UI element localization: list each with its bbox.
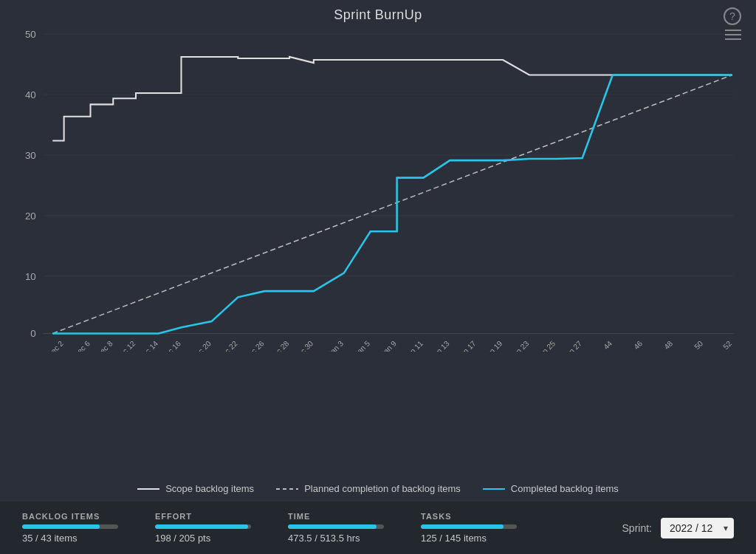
svg-text:50: 50 bbox=[25, 29, 36, 40]
tasks-progress-fill bbox=[421, 524, 504, 529]
completed-legend-label: Completed backlog items bbox=[511, 483, 619, 494]
effort-progress-fill bbox=[155, 524, 248, 529]
time-label: TIME bbox=[288, 512, 384, 521]
svg-text:0: 0 bbox=[30, 328, 35, 339]
svg-text:Jan 17: Jan 17 bbox=[456, 339, 478, 352]
legend-completed: Completed backlog items bbox=[483, 483, 619, 494]
chart-container: Sprint BurnUp ? 50 40 30 20 10 0 Dec 2 D… bbox=[0, 0, 756, 477]
sprint-dropdown[interactable]: 2022 / 12 2022 / 11 2022 / 10 bbox=[661, 518, 734, 538]
svg-text:40: 40 bbox=[25, 89, 36, 100]
svg-text:Dec 20: Dec 20 bbox=[190, 339, 213, 352]
svg-text:Dec 22: Dec 22 bbox=[216, 339, 239, 352]
time-progress-bg bbox=[288, 524, 384, 529]
chart-title: Sprint BurnUp bbox=[15, 7, 741, 23]
tasks-progress-bg bbox=[421, 524, 517, 529]
planned-legend-label: Planned completion of backlog items bbox=[304, 483, 461, 494]
planned-line bbox=[52, 75, 732, 333]
svg-text:Dec 2: Dec 2 bbox=[45, 339, 65, 352]
svg-text:50: 50 bbox=[693, 339, 704, 351]
effort-value: 198 / 205 pts bbox=[155, 533, 251, 544]
completed-legend-line bbox=[483, 488, 505, 490]
tasks-metric: TASKS 125 / 145 items bbox=[421, 512, 517, 544]
legend: Scope backlog items Planned completion o… bbox=[0, 477, 756, 502]
menu-icon[interactable] bbox=[725, 30, 741, 40]
svg-text:44: 44 bbox=[602, 339, 614, 351]
sprint-select-wrap[interactable]: 2022 / 12 2022 / 11 2022 / 10 bbox=[661, 518, 734, 538]
svg-text:20: 20 bbox=[25, 211, 36, 222]
svg-text:Dec 8: Dec 8 bbox=[94, 339, 114, 352]
svg-text:Dec 28: Dec 28 bbox=[268, 339, 291, 352]
scope-line bbox=[52, 57, 732, 141]
burnup-chart: 50 40 30 20 10 0 Dec 2 Dec 6 Dec 8 Dec 1… bbox=[15, 27, 741, 352]
svg-text:10: 10 bbox=[25, 271, 36, 282]
bottom-bar: BACKLOG ITEMS 35 / 43 items EFFORT 198 /… bbox=[0, 502, 756, 554]
svg-text:Jan 25: Jan 25 bbox=[535, 339, 557, 352]
svg-text:30: 30 bbox=[25, 150, 36, 161]
scope-legend-label: Scope backlog items bbox=[165, 483, 254, 494]
svg-text:Jan 19: Jan 19 bbox=[482, 339, 504, 352]
tasks-value: 125 / 145 items bbox=[421, 533, 517, 544]
sprint-label: Sprint: bbox=[622, 522, 652, 534]
tasks-label: TASKS bbox=[421, 512, 517, 521]
backlog-metric: BACKLOG ITEMS 35 / 43 items bbox=[22, 512, 118, 544]
legend-scope: Scope backlog items bbox=[137, 483, 254, 494]
svg-text:Jan 3: Jan 3 bbox=[326, 339, 346, 352]
legend-planned: Planned completion of backlog items bbox=[276, 483, 461, 494]
svg-text:48: 48 bbox=[662, 339, 674, 351]
backlog-progress-fill bbox=[22, 524, 100, 529]
time-metric: TIME 473.5 / 513.5 hrs bbox=[288, 512, 384, 544]
help-icon[interactable]: ? bbox=[724, 7, 741, 25]
time-value: 473.5 / 513.5 hrs bbox=[288, 533, 384, 544]
backlog-value: 35 / 43 items bbox=[22, 533, 118, 544]
svg-text:52: 52 bbox=[721, 339, 733, 351]
sprint-section: Sprint: 2022 / 12 2022 / 11 2022 / 10 bbox=[622, 518, 734, 538]
svg-text:Dec 14: Dec 14 bbox=[137, 339, 159, 352]
svg-text:Jan 13: Jan 13 bbox=[429, 339, 451, 352]
svg-text:46: 46 bbox=[632, 339, 644, 351]
svg-text:Dec 16: Dec 16 bbox=[159, 339, 182, 352]
effort-label: EFFORT bbox=[155, 512, 251, 521]
svg-text:Dec 6: Dec 6 bbox=[72, 339, 92, 352]
scope-legend-line bbox=[137, 488, 159, 490]
svg-text:Jan 23: Jan 23 bbox=[509, 339, 531, 352]
svg-text:Dec 30: Dec 30 bbox=[292, 339, 315, 352]
svg-text:Dec 26: Dec 26 bbox=[243, 339, 266, 352]
svg-text:Jan 9: Jan 9 bbox=[379, 339, 399, 352]
time-progress-fill bbox=[288, 524, 377, 529]
backlog-progress-bg bbox=[22, 524, 118, 529]
effort-progress-bg bbox=[155, 524, 251, 529]
backlog-label: BACKLOG ITEMS bbox=[22, 512, 118, 521]
svg-text:Jan 5: Jan 5 bbox=[353, 339, 372, 352]
svg-text:Dec 12: Dec 12 bbox=[114, 339, 137, 352]
svg-text:Jan 11: Jan 11 bbox=[402, 339, 425, 352]
effort-metric: EFFORT 198 / 205 pts bbox=[155, 512, 251, 544]
planned-legend-line bbox=[276, 488, 298, 490]
svg-text:Jan 27: Jan 27 bbox=[562, 339, 584, 352]
